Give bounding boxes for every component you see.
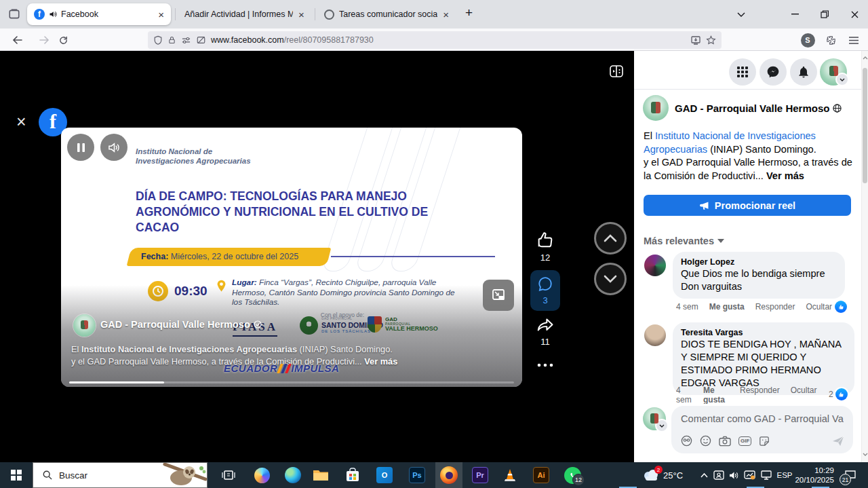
scroll-down-icon[interactable]: [863, 453, 868, 456]
see-more-link[interactable]: Ver más: [364, 356, 397, 367]
whatsapp-button[interactable]: 12: [559, 462, 586, 488]
weather-icon[interactable]: 2: [639, 462, 663, 488]
tray-expand-chevron[interactable]: [696, 462, 711, 488]
meet-now-icon[interactable]: [711, 462, 726, 488]
commenter-avatar[interactable]: [644, 324, 666, 346]
premiere-button[interactable]: Pr: [467, 462, 494, 488]
illustrator-button[interactable]: Ai: [528, 462, 555, 488]
comment-like-action[interactable]: Me gusta: [709, 302, 745, 312]
comment-hide-action[interactable]: Ocultar: [806, 302, 832, 312]
comment-reply-action[interactable]: Responder: [755, 302, 795, 312]
reload-button[interactable]: [54, 31, 72, 49]
page-name[interactable]: GAD - Parroquial Valle Hermoso: [675, 102, 842, 114]
tab-tareas[interactable]: Tareas comunicador social GAD ×: [317, 3, 456, 25]
previous-reel-button[interactable]: [594, 222, 627, 255]
taskbar-search[interactable]: Buscar: [33, 462, 208, 488]
menu-hamburger-icon[interactable]: [845, 31, 863, 49]
cast-status-icon[interactable]: [741, 462, 757, 488]
comment-reply-action[interactable]: Responder: [740, 386, 780, 395]
tab-close-icon[interactable]: ×: [158, 9, 164, 20]
edge-button[interactable]: [279, 462, 307, 488]
autoplay-blocked-icon[interactable]: [196, 35, 206, 45]
close-reel-icon[interactable]: ×: [16, 113, 26, 130]
firefox-view-icon[interactable]: [8, 8, 20, 20]
emoji-icon[interactable]: [700, 435, 711, 447]
vlc-button[interactable]: [496, 462, 524, 488]
video-page-name[interactable]: GAD - Parroquial Valle Hermoso: [100, 319, 262, 330]
comment-bubble[interactable]: Teresita Vargas DIOS TE BENDIGA HOY , MA…: [673, 322, 854, 395]
extension-s-icon[interactable]: S: [799, 31, 816, 49]
lock-icon[interactable]: [167, 35, 176, 45]
new-tab-button[interactable]: +: [465, 5, 473, 20]
next-reel-button[interactable]: [594, 263, 627, 295]
microsoft-store-button[interactable]: [339, 462, 366, 488]
extensions-puzzle-icon[interactable]: [822, 31, 840, 49]
temperature[interactable]: 25°C: [663, 462, 683, 488]
bookmark-star-icon[interactable]: [706, 35, 716, 45]
pause-button[interactable]: [67, 134, 94, 161]
gif-icon[interactable]: GIF: [738, 436, 751, 446]
camera-icon[interactable]: [719, 436, 731, 447]
outlook-button[interactable]: O: [371, 462, 398, 488]
page-avatar[interactable]: [73, 314, 96, 337]
send-comment-icon[interactable]: [832, 436, 844, 447]
language-indicator[interactable]: ESP: [775, 462, 794, 488]
start-button[interactable]: [0, 462, 33, 488]
sticker-icon[interactable]: [759, 436, 770, 447]
picture-in-picture-button[interactable]: [483, 280, 514, 311]
reel-video[interactable]: Instituto Nacional de Investigaciones Ag…: [61, 128, 522, 387]
taskbar-clock[interactable]: 10:29 20/10/2025: [792, 462, 834, 488]
profile-avatar-button[interactable]: [820, 58, 847, 86]
promote-reel-button[interactable]: Promocionar reel: [644, 195, 851, 216]
apps-menu-button[interactable]: [729, 58, 756, 86]
tab-informes[interactable]: Añadir Actividad | Informes Mensua ×: [178, 3, 312, 25]
save-page-icon[interactable]: [690, 35, 701, 45]
volume-icon[interactable]: [726, 462, 741, 488]
commenter-name[interactable]: Holger Lopez: [681, 257, 837, 267]
comment-time[interactable]: 4 sem: [676, 302, 698, 312]
comments-button[interactable]: 3: [530, 270, 560, 311]
tab-close-icon[interactable]: ×: [298, 9, 304, 20]
comment-like-action[interactable]: Me gusta: [703, 386, 729, 404]
messenger-button[interactable]: [760, 58, 787, 86]
comment-input[interactable]: Comentar como GAD - Parroquial Vall... G…: [671, 406, 853, 453]
tab-close-icon[interactable]: ×: [443, 9, 449, 20]
notification-center-icon[interactable]: 21: [838, 462, 863, 488]
window-close-button[interactable]: [843, 0, 866, 29]
comment-like-badge[interactable]: [835, 301, 847, 313]
share-button[interactable]: 11: [530, 317, 560, 347]
back-button[interactable]: [8, 31, 26, 49]
notifications-button[interactable]: [790, 58, 817, 86]
comment-sort-dropdown[interactable]: Más relevantes: [644, 236, 724, 246]
video-progress-bar[interactable]: [69, 381, 514, 384]
firefox-button[interactable]: [435, 462, 462, 488]
copilot-button[interactable]: [248, 462, 275, 488]
like-button[interactable]: 12: [530, 231, 560, 263]
page-avatar[interactable]: [643, 95, 669, 121]
comment-like-badge[interactable]: 2: [829, 388, 848, 400]
collapse-sidebar-icon[interactable]: [608, 63, 625, 79]
comment-hide-action[interactable]: Ocultar: [791, 386, 817, 395]
avatar-sticker-icon[interactable]: [681, 435, 692, 447]
tab-audio-icon[interactable]: [49, 10, 57, 18]
comment-bubble[interactable]: Holger Lopez Que Dios me lo bendiga siem…: [673, 252, 845, 299]
network-icon[interactable]: [758, 462, 774, 488]
window-minimize-button[interactable]: [783, 0, 806, 29]
shield-icon[interactable]: [153, 35, 163, 45]
tab-facebook[interactable]: f Facebook ×: [27, 3, 171, 25]
commenter-avatar[interactable]: [644, 255, 666, 276]
photoshop-button[interactable]: Ps: [403, 462, 431, 488]
address-bar[interactable]: www.facebook.com/reel/807095881787930: [148, 31, 722, 49]
see-more-link[interactable]: Ver más: [766, 170, 804, 181]
comment-time[interactable]: 4 sem: [676, 386, 692, 404]
commenter-name[interactable]: Teresita Vargas: [681, 327, 846, 338]
forward-button[interactable]: [35, 31, 53, 49]
composer-avatar[interactable]: [643, 407, 666, 430]
more-options-button[interactable]: [530, 363, 560, 367]
task-view-button[interactable]: [215, 462, 242, 488]
volume-button[interactable]: [100, 134, 127, 161]
iniap-link[interactable]: Instituto Nacional de Investigaciones Ag…: [81, 344, 297, 354]
scroll-up-icon[interactable]: [863, 56, 868, 60]
scrollbar-thumb[interactable]: [863, 68, 867, 183]
file-explorer-button[interactable]: [307, 462, 334, 488]
